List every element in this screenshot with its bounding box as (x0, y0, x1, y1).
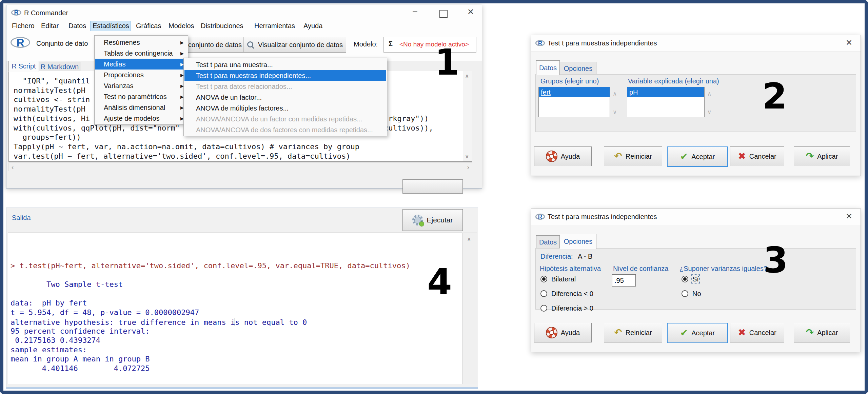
output-line-fragment: alternative hypothesis: true difference … (11, 318, 235, 327)
ayuda-button[interactable]: Ayuda (534, 146, 592, 166)
menu-item-test-no-parametricos[interactable]: Test no paramétricos▶ (95, 91, 187, 102)
menu-estadisticos[interactable]: Estadísticos (93, 22, 129, 30)
menu-item-proporciones[interactable]: Proporciones▶ (95, 70, 187, 80)
submenu-item-label: ANOVA/ANCOVA de un factor con medidas re… (196, 114, 362, 124)
submenu-item-test-t-muestras-independientes[interactable]: Test t para muestras independientes... (184, 70, 386, 81)
maximize-button[interactable] (438, 10, 449, 20)
script-vertical-scrollbar[interactable]: ∧ ∨ (463, 71, 472, 161)
dataset-r-logo-icon[interactable]: R (11, 35, 30, 51)
radio-bilateral[interactable] (540, 276, 547, 282)
menu-distribuciones[interactable]: Distribuciones (201, 22, 243, 30)
menu-editar[interactable]: Editar (41, 22, 59, 30)
radio-diferencia-menor-label[interactable]: Diferencia < 0 (551, 290, 593, 298)
tab-datos[interactable]: Datos (536, 60, 560, 75)
panel-label-4: 4 (427, 264, 452, 300)
tab-datos-label: Datos (539, 238, 557, 246)
response-listbox[interactable]: pH (627, 87, 705, 117)
response-list-item-selected[interactable]: pH (627, 87, 704, 97)
red-x-icon: ✖ (738, 152, 746, 161)
close-button[interactable]: ✕ (465, 7, 476, 17)
output-line-with-cursor: alternative hypothesis: true difference … (11, 318, 307, 326)
output-line: sample estimates: (11, 346, 87, 354)
list-scroll-down-icon[interactable]: ∨ (613, 109, 617, 116)
groups-list-item-selected[interactable]: fert (539, 87, 610, 97)
tab-opciones[interactable]: Opciones (560, 62, 596, 75)
aceptar-label: Aceptar (691, 153, 715, 161)
cropped-ejecutar-button-top[interactable] (402, 179, 463, 194)
aceptar-button[interactable]: ✔Aceptar (667, 146, 728, 167)
list-scroll-down-icon[interactable]: ∨ (707, 109, 711, 116)
tab-opciones[interactable]: Opciones (560, 234, 596, 249)
cancelar-button[interactable]: ✖Cancelar (730, 323, 784, 342)
ttest-dialog-opciones: R Test t para muestras independientes ✕ … (531, 209, 861, 352)
list-scroll-up-icon[interactable]: ∧ (707, 90, 711, 97)
submenu-item-test-t-una-muestra[interactable]: Test t para una muestra... (184, 59, 386, 70)
tab-r-script[interactable]: R Script (8, 61, 39, 72)
menu-item-label: Test no paramétricos (104, 91, 167, 102)
groups-listbox[interactable]: fert (538, 87, 610, 117)
output-line: t = 5.954, df = 48, p-value = 0.00000029… (11, 309, 199, 316)
radio-si[interactable] (682, 276, 688, 282)
scroll-up-icon[interactable]: ∧ (465, 73, 469, 80)
dialog-close-button[interactable]: ✕ (843, 38, 855, 47)
menu-item-resumenes[interactable]: Resúmenes▶ (95, 37, 187, 48)
model-label: Modelo: (354, 40, 378, 48)
salida-panel: Salida Ejecutar ∧ > t.test(pH~fert, alte… (6, 208, 478, 389)
menu-item-ajuste-modelos[interactable]: Ajuste de modelos▶ (95, 113, 187, 124)
menu-item-medias[interactable]: Medias▶ (95, 59, 187, 70)
script-line: cultivos <- strin (14, 95, 90, 104)
menu-ayuda[interactable]: Ayuda (303, 22, 322, 30)
scroll-left-icon[interactable]: ‹ (12, 163, 14, 171)
view-dataset-button[interactable]: Visualizar conjunto de datos (243, 37, 346, 53)
sigma-icon: Σ (389, 40, 393, 48)
undo-arrow-icon: ↶ (614, 152, 622, 161)
panel-bottom-edge (6, 387, 478, 389)
submenu-item-anova-multiples-factores[interactable]: ANOVA de múltiples factores... (184, 103, 386, 114)
script-line: with(cultivos, qqPlot(pH, dist="norm" (14, 124, 180, 132)
tab-r-markdown[interactable]: R Markdown (39, 62, 80, 72)
menu-item-tablas-contingencia[interactable]: Tablas de contingencia▶ (95, 48, 187, 59)
scroll-up-icon[interactable]: ∧ (467, 236, 471, 243)
radio-diferencia-mayor[interactable] (540, 305, 547, 312)
confidence-input[interactable] (612, 274, 636, 287)
reiniciar-button[interactable]: ↶Reiniciar (604, 146, 662, 166)
aplicar-button[interactable]: ↷Aplicar (794, 323, 850, 342)
green-check-icon: ✔ (680, 152, 688, 161)
scroll-down-icon[interactable]: ∨ (465, 153, 469, 160)
tab-datos[interactable]: Datos (536, 235, 560, 249)
radio-si-label[interactable]: Sí (692, 275, 699, 283)
radio-bilateral-label[interactable]: Bilateral (551, 275, 576, 283)
submenu-item-anova-un-factor[interactable]: ANOVA de un factor... (184, 92, 386, 103)
script-horizontal-scrollbar[interactable]: ‹ › (8, 162, 472, 171)
lifebuoy-icon (546, 151, 557, 162)
menu-graficas[interactable]: Gráficas (136, 22, 161, 30)
undo-arrow-icon: ↶ (614, 328, 622, 337)
menu-item-analisis-dimensional[interactable]: Análisis dimensional▶ (95, 102, 187, 113)
output-vertical-scrollbar[interactable]: ∧ (462, 233, 477, 384)
cancelar-button[interactable]: ✖Cancelar (730, 146, 784, 166)
dialog-title: Test t para muestras independientes (548, 213, 657, 221)
radio-no[interactable] (682, 290, 688, 297)
aceptar-button[interactable]: ✔Aceptar (667, 323, 728, 343)
radio-diferencia-menor[interactable] (540, 290, 547, 297)
ejecutar-button[interactable]: Ejecutar (402, 209, 463, 231)
radio-diferencia-mayor-label[interactable]: Diferencia > 0 (551, 304, 593, 312)
minimize-button[interactable]: – (409, 6, 421, 15)
groups-item-label: fert (541, 88, 551, 96)
scroll-right-icon[interactable]: › (467, 163, 469, 171)
menu-item-varianzas[interactable]: Varianzas▶ (95, 80, 187, 91)
menu-modelos[interactable]: Modelos (169, 22, 194, 30)
reiniciar-button[interactable]: ↶Reiniciar (604, 323, 662, 342)
menu-fichero[interactable]: Fichero (12, 22, 35, 30)
aplicar-button[interactable]: ↷Aplicar (794, 146, 850, 166)
model-selector[interactable]: Σ <No hay modelo activo> (383, 37, 476, 53)
list-scroll-up-icon[interactable]: ∧ (613, 90, 617, 97)
radio-no-label[interactable]: No (692, 290, 701, 298)
ayuda-button[interactable]: Ayuda (534, 323, 592, 342)
dialog-close-button[interactable]: ✕ (843, 212, 855, 221)
edit-dataset-button[interactable]: conjunto de datos (187, 37, 243, 53)
menu-herramientas[interactable]: Herramientas (254, 22, 295, 30)
confidence-label: Nivel de confianza (613, 265, 668, 273)
menu-datos[interactable]: Datos (68, 22, 86, 30)
output-line: mean in group A mean in group B (11, 355, 150, 363)
